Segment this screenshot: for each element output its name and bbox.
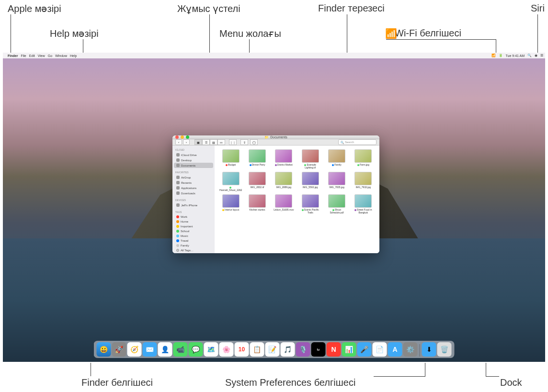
- dock-mail-icon[interactable]: ✉️: [143, 342, 157, 357]
- file-item[interactable]: Street Food in Bangkok: [351, 194, 376, 214]
- sidebar-item-music[interactable]: Music: [172, 234, 215, 238]
- desktop-icon: [176, 158, 180, 162]
- sidebar-item-jeff-s-iphone[interactable]: Jeff's iPhone: [172, 202, 215, 208]
- file-item[interactable]: IMG_7932.jpg: [351, 172, 376, 191]
- back-button[interactable]: ‹: [175, 139, 182, 145]
- sidebar-item-recents[interactable]: Recents: [172, 180, 215, 185]
- dock-safari-icon[interactable]: 🧭: [127, 342, 142, 357]
- sidebar-item-label: Recents: [181, 181, 192, 184]
- icon-view-button[interactable]: ▦: [194, 139, 202, 145]
- file-item[interactable]: Lisbon_51695.mov: [272, 194, 296, 214]
- file-item[interactable]: IMG_7835.jpg: [324, 172, 349, 191]
- file-item[interactable]: Interior layout: [218, 194, 243, 214]
- sidebar-item-important[interactable]: Important: [172, 224, 215, 229]
- sidebar-item-school[interactable]: School: [172, 229, 215, 234]
- callout-wifi-icon: Wi-Fi белгішесі: [395, 28, 461, 39]
- close-button[interactable]: [175, 135, 179, 139]
- sidebar-item-home[interactable]: Home: [172, 219, 215, 224]
- dock-keynote-icon[interactable]: 🎤: [357, 342, 372, 357]
- spotlight-icon[interactable]: 🔍: [527, 54, 532, 57]
- search-icon: 🔍: [341, 141, 344, 144]
- tag-dot-icon: [226, 164, 228, 166]
- file-item[interactable]: Kitchen stories: [245, 194, 269, 214]
- menubar-item-view[interactable]: View: [38, 54, 45, 57]
- dock-maps-icon[interactable]: 🗺️: [204, 342, 218, 357]
- sidebar-item-icloud-drive[interactable]: iCloud Drive: [172, 152, 215, 157]
- sidebar-item-travel[interactable]: Travel: [172, 238, 215, 243]
- dock-appstore-icon[interactable]: A: [388, 342, 402, 357]
- tag-dot-icon: [357, 164, 359, 166]
- menubar-item-file[interactable]: File: [21, 54, 26, 57]
- file-item[interactable]: Shoot Schedule.pdf: [324, 194, 349, 214]
- file-item[interactable]: District Market: [272, 149, 296, 169]
- file-item[interactable]: Hannah_Shoot_2262: [218, 172, 243, 191]
- dock-numbers-icon[interactable]: 📊: [342, 342, 356, 357]
- dock-notes-icon[interactable]: 📝: [265, 342, 280, 357]
- menubar-item-help[interactable]: Help: [70, 54, 77, 57]
- wifi-icon[interactable]: 📶: [491, 54, 496, 57]
- menubar-item-edit[interactable]: Edit: [29, 54, 35, 57]
- sidebar-heading: Devices: [172, 198, 215, 202]
- dock-tv-icon[interactable]: tv: [311, 342, 326, 357]
- search-input[interactable]: 🔍 Search: [338, 139, 377, 145]
- sidebar-item-work[interactable]: Work: [172, 214, 215, 219]
- sidebar-item-applications[interactable]: Applications: [172, 185, 215, 190]
- dock-calendar-icon[interactable]: 10: [235, 342, 249, 357]
- dock-reminders-icon[interactable]: 📋: [250, 342, 264, 357]
- share-button[interactable]: ⇪: [240, 139, 248, 145]
- file-item[interactable]: Example Lighting.tif: [298, 149, 322, 169]
- file-item[interactable]: Scenic Pacific Trails: [298, 194, 322, 214]
- file-thumbnail: [354, 149, 372, 163]
- list-view-button[interactable]: ☰: [202, 139, 210, 145]
- forward-button[interactable]: ›: [183, 139, 190, 145]
- dock-pages-icon[interactable]: 📄: [373, 342, 387, 357]
- sidebar-item-label: Jeff's iPhone: [181, 204, 197, 207]
- file-item[interactable]: IMG_5502.jpg: [298, 172, 322, 191]
- siri-icon[interactable]: ◉: [535, 54, 537, 57]
- finder-titlebar[interactable]: 📁 Documents: [172, 135, 379, 139]
- file-item[interactable]: IMG_2832.tif: [245, 172, 269, 191]
- notification-center-icon[interactable]: ☰: [540, 54, 543, 57]
- sidebar-item-desktop[interactable]: Desktop: [172, 157, 215, 163]
- minimize-button[interactable]: [181, 135, 184, 139]
- column-view-button[interactable]: ▥: [210, 139, 217, 145]
- dock-photos-icon[interactable]: 🌸: [219, 342, 234, 357]
- dock-facetime-icon[interactable]: 📹: [173, 342, 188, 357]
- sidebar-item-airdrop[interactable]: AirDrop: [172, 175, 215, 180]
- dock-launchpad-icon[interactable]: 🚀: [112, 342, 126, 357]
- dock-contacts-icon[interactable]: 👤: [158, 342, 172, 357]
- file-item[interactable]: IMG_2889.jpg: [272, 172, 296, 191]
- dock-messages-icon[interactable]: 💬: [189, 342, 203, 357]
- sidebar-item-label: Downloads: [181, 192, 195, 195]
- sidebar-heading: iCloud: [172, 147, 215, 152]
- file-item[interactable]: Farm.jpg: [351, 149, 376, 169]
- clock[interactable]: Tue 9:41 AM: [506, 54, 525, 57]
- menubar-app-name[interactable]: Finder: [8, 54, 18, 57]
- dock-podcasts-icon[interactable]: 🎙️: [296, 342, 310, 357]
- dock-news-icon[interactable]: N: [327, 342, 341, 357]
- tags-button[interactable]: ◯: [250, 139, 258, 145]
- dock-trash-icon[interactable]: 🗑️: [437, 342, 452, 357]
- sidebar-item-all-tags-[interactable]: All Tags…: [172, 248, 215, 253]
- dock-music-icon[interactable]: 🎵: [281, 342, 295, 357]
- file-item[interactable]: Family: [324, 149, 349, 169]
- maximize-button[interactable]: [186, 135, 189, 139]
- file-label: Dinner Party: [250, 164, 265, 167]
- gallery-view-button[interactable]: ▭: [217, 139, 225, 145]
- menubar-item-window[interactable]: Window: [55, 54, 67, 57]
- dock-downloads-icon[interactable]: ⬇: [422, 342, 436, 357]
- sidebar-item-documents[interactable]: Documents: [174, 163, 213, 168]
- sidebar-item-label: AirDrop: [181, 176, 191, 179]
- file-thumbnail: [302, 172, 319, 185]
- sidebar-item-family[interactable]: Family: [172, 243, 215, 248]
- group-by-button[interactable]: ⋮⋮: [229, 139, 237, 145]
- file-label: Kitchen stories: [250, 209, 265, 212]
- file-item[interactable]: Budget: [218, 149, 243, 169]
- file-label: Example Lighting.tif: [299, 164, 322, 169]
- battery-icon[interactable]: 🔋: [499, 54, 503, 57]
- sidebar-item-downloads[interactable]: Downloads: [172, 190, 215, 196]
- dock-sysprefs-icon[interactable]: ⚙️: [403, 342, 418, 357]
- file-item[interactable]: Dinner Party: [245, 149, 269, 169]
- menubar-item-go[interactable]: Go: [48, 54, 52, 57]
- dock-finder-icon[interactable]: 😀: [97, 342, 111, 357]
